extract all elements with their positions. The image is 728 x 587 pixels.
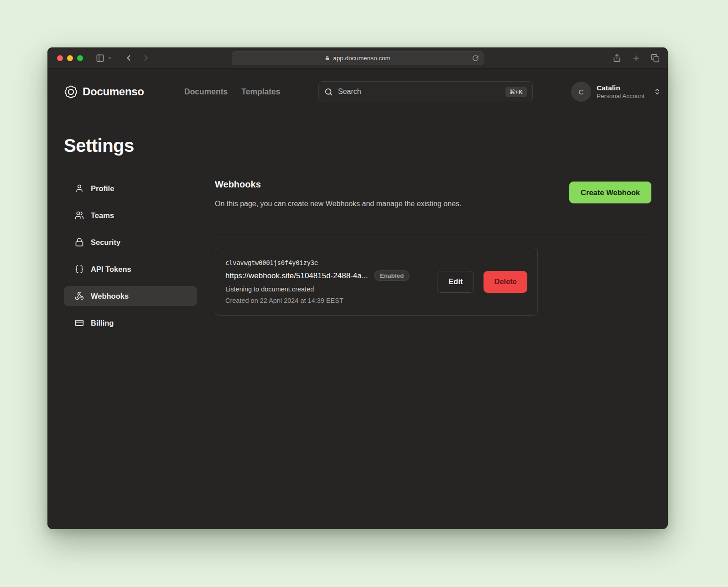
braces-icon: [75, 265, 84, 274]
search-input[interactable]: Search ⌘+K: [318, 81, 533, 102]
search-icon: [324, 88, 333, 96]
address-bar[interactable]: app.documenso.com: [232, 51, 484, 65]
lock-icon: [75, 238, 84, 247]
sidebar-item-api-tokens[interactable]: API Tokens: [64, 259, 197, 279]
maximize-window-button[interactable]: [77, 55, 83, 61]
sidebar-toggle-button[interactable]: [96, 54, 112, 62]
traffic-lights: [55, 55, 83, 61]
sidebar-item-billing[interactable]: Billing: [64, 313, 197, 333]
webhook-id: clvavwgtw0001js0f4y0izy3e: [225, 259, 428, 266]
back-button[interactable]: [124, 53, 133, 62]
app-content: Documenso Documents Templates Search ⌘+K…: [47, 69, 668, 529]
chevrons-up-down-icon: [654, 88, 661, 95]
reload-icon[interactable]: [472, 55, 479, 62]
browser-toolbar: app.documenso.com: [47, 47, 668, 69]
webhook-listening: Listening to document.created: [225, 286, 428, 293]
minimize-window-button[interactable]: [67, 55, 73, 61]
sidebar-item-label: Profile: [91, 184, 114, 193]
search-placeholder: Search: [338, 88, 500, 96]
panel-left-icon: [96, 54, 104, 62]
toolbar-right-actions: [613, 47, 660, 69]
webhooks-panel: Webhooks On this page, you can create ne…: [215, 179, 651, 316]
documenso-logo-icon: [64, 85, 78, 99]
forward-button[interactable]: [141, 53, 151, 62]
browser-window: app.documenso.com Documenso: [47, 47, 668, 529]
url-text: app.documenso.com: [333, 55, 390, 62]
chevron-down-icon[interactable]: [108, 56, 112, 60]
sidebar-item-label: API Tokens: [91, 265, 131, 274]
new-tab-icon[interactable]: [632, 54, 640, 62]
credit-card-icon: [75, 318, 84, 327]
share-icon[interactable]: [613, 54, 621, 62]
tab-overview-icon[interactable]: [651, 54, 660, 62]
settings-sidebar: Profile Teams Security API Tokens: [64, 178, 197, 333]
create-webhook-button[interactable]: Create Webhook: [569, 182, 651, 203]
users-icon: [75, 211, 84, 220]
account-name: Catalin: [597, 84, 645, 92]
page-title: Settings: [64, 135, 134, 156]
edit-webhook-button[interactable]: Edit: [437, 271, 474, 293]
sidebar-item-profile[interactable]: Profile: [64, 178, 197, 198]
sidebar-item-teams[interactable]: Teams: [64, 205, 197, 225]
sidebar-item-webhooks[interactable]: Webhooks: [64, 286, 197, 306]
delete-webhook-button[interactable]: Delete: [484, 271, 527, 293]
avatar: C: [571, 82, 591, 102]
nav-documents[interactable]: Documents: [184, 87, 228, 97]
webhook-created: Created on 22 April 2024 at 14:39 EEST: [225, 297, 428, 304]
webhook-details: clvavwgtw0001js0f4y0izy3e https://webhoo…: [225, 259, 428, 304]
account-subtitle: Personal Account: [597, 93, 645, 99]
sidebar-item-security[interactable]: Security: [64, 232, 197, 252]
webhook-icon: [75, 291, 84, 301]
panel-divider: [215, 238, 651, 238]
account-text: Catalin Personal Account: [597, 84, 645, 99]
sidebar-item-label: Billing: [91, 319, 114, 327]
close-window-button[interactable]: [57, 55, 63, 61]
sidebar-item-label: Security: [91, 238, 120, 247]
nav-templates[interactable]: Templates: [241, 87, 280, 97]
webhook-url-row: https://webhook.site/5104815d-2488-4a...…: [225, 270, 428, 281]
account-menu-button[interactable]: C Catalin Personal Account: [571, 81, 661, 102]
sidebar-item-label: Teams: [91, 211, 114, 220]
webhook-actions: Edit Delete: [437, 271, 527, 293]
search-shortcut-badge: ⌘+K: [505, 87, 527, 97]
webhook-url: https://webhook.site/5104815d-2488-4a...: [225, 271, 368, 281]
user-icon: [75, 184, 84, 193]
brand[interactable]: Documenso: [64, 81, 144, 102]
webhooks-panel-header: Webhooks On this page, you can create ne…: [215, 179, 651, 225]
brand-name: Documenso: [83, 85, 144, 98]
lock-icon: [325, 55, 330, 61]
sidebar-item-label: Webhooks: [91, 292, 129, 301]
status-badge: Enabled: [374, 270, 410, 281]
webhook-card: clvavwgtw0001js0f4y0izy3e https://webhoo…: [215, 248, 538, 316]
top-nav: Documents Templates: [184, 81, 281, 102]
